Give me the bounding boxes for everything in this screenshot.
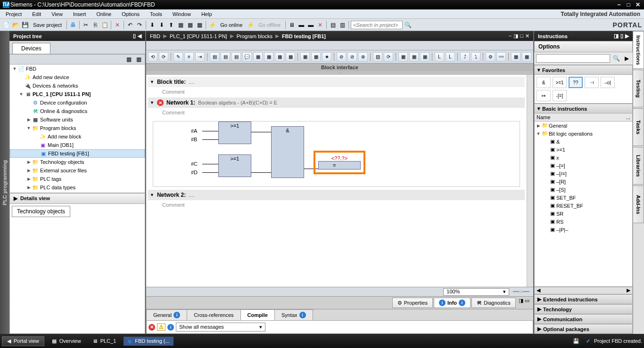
tree-device-config[interactable]: Device configuration — [39, 100, 87, 105]
hmi-icon[interactable]: ▦ — [195, 21, 204, 29]
info-tab[interactable]: iInfoi — [434, 298, 471, 308]
sidebar-tab-libraries[interactable]: Libraries — [633, 147, 644, 185]
crumb-fbd[interactable]: FBD — [150, 33, 160, 39]
tb-icon[interactable]: ⤴ — [460, 52, 470, 62]
cut-icon[interactable]: ✂ — [82, 21, 90, 29]
scroll-right-icon[interactable]: ▶ — [625, 287, 632, 294]
tree-toggle-icon[interactable]: ▦ — [134, 55, 143, 64]
fbd-input-b[interactable]: #B — [191, 137, 197, 142]
minimize-button[interactable]: − — [615, 1, 623, 8]
instr-item[interactable]: –|P|– — [556, 227, 568, 233]
expander-icon[interactable]: ▼ — [150, 100, 154, 105]
tb-icon[interactable]: ⟳ — [384, 52, 393, 62]
plc-icon[interactable]: ▬ — [297, 21, 305, 29]
menu-options[interactable]: Options — [120, 10, 141, 18]
expander-icon[interactable]: ▶ — [26, 168, 32, 173]
crumb-fbd-testing[interactable]: FBD testing [FB1] — [282, 33, 326, 39]
tb-icon[interactable]: ⊘ — [347, 52, 357, 62]
new-project-icon[interactable]: 📄 — [2, 21, 10, 29]
tb-icon[interactable]: ▧ — [373, 52, 382, 62]
expander-icon[interactable]: ▶ — [26, 185, 32, 190]
tb-icon[interactable]: ▦ — [253, 52, 263, 62]
instr-item[interactable]: >=1 — [556, 147, 565, 153]
undo-icon[interactable]: ↶ — [126, 21, 134, 29]
tb-icon[interactable]: ▦ — [264, 52, 273, 62]
network1-comment[interactable]: Comment — [148, 109, 525, 118]
tree-devices-networks[interactable]: Devices & networks — [32, 83, 78, 89]
split-h-icon[interactable]: ▤ — [329, 21, 337, 29]
network2-subtitle[interactable]: .... — [189, 192, 194, 198]
tb-icon[interactable]: ★ — [322, 52, 331, 62]
zoom-select[interactable]: 100%▾ — [443, 288, 509, 296]
tb-icon[interactable]: ▤ — [221, 52, 230, 62]
delete-icon[interactable]: ✕ — [113, 21, 122, 29]
tree-online-diag[interactable]: Online & diagnostics — [39, 108, 87, 114]
tb-icon[interactable]: ▦ — [522, 52, 531, 62]
tb-icon[interactable]: ▦ — [420, 52, 429, 62]
info-filter-icon[interactable]: i — [167, 324, 174, 331]
tb-icon[interactable]: ⟳ — [159, 52, 168, 62]
instruction-table[interactable]: ▶📁General ▼📁Bit logic operations ▣& ▣>=1… — [534, 121, 633, 287]
fbd-input-a[interactable]: #A — [191, 128, 197, 134]
tb-icon[interactable]: 💬 — [242, 52, 252, 62]
network1-title[interactable]: Network 1: — [166, 99, 195, 106]
fav-or[interactable]: >=1 — [553, 77, 567, 88]
fbd-input-c[interactable]: #C — [191, 161, 198, 167]
tb-icon[interactable]: ⊛ — [358, 52, 368, 62]
paste-icon[interactable]: 📋 — [100, 21, 109, 29]
tb-icon[interactable]: ▤ — [231, 52, 241, 62]
tb-icon[interactable]: ▦ — [409, 52, 419, 62]
fav-and[interactable]: & — [537, 77, 551, 88]
tech-objects-tab[interactable]: Technology objects — [12, 206, 70, 217]
tb-icon[interactable]: ⊘ — [337, 52, 346, 62]
details-view-header[interactable]: ▶Details view — [9, 193, 145, 204]
download-icon[interactable]: ⬇ — [157, 21, 166, 29]
instr-item[interactable]: SR — [556, 211, 563, 217]
tb-icon[interactable]: ▦ — [311, 52, 321, 62]
instruction-search[interactable] — [536, 54, 610, 63]
arrow-left-icon[interactable]: ◀ — [138, 33, 141, 39]
tb-icon[interactable]: ▤ — [210, 52, 219, 62]
instr-item[interactable]: RESET_BF — [556, 203, 583, 209]
tb-icon[interactable]: ⇥ — [195, 52, 205, 62]
project-tree[interactable]: ▼📄FBD ✨Add new device 🔌Devices & network… — [9, 65, 145, 193]
search-go-icon[interactable]: 🔍 — [404, 21, 412, 29]
tree-plc1[interactable]: PLC_1 [CPU 1511-1 PN] — [32, 91, 91, 97]
basic-instructions-header[interactable]: ▾Basic instructions — [534, 104, 633, 113]
plc1-item[interactable]: 🖥PLC_1 — [89, 337, 120, 345]
instr-item[interactable]: SET_BF — [556, 195, 576, 201]
fav-assign[interactable]: -[=] — [553, 90, 567, 101]
instr-item[interactable]: RS — [556, 219, 563, 225]
message-filter-dropdown[interactable]: Show all messages▾ — [176, 323, 265, 332]
tb-icon[interactable]: ▦ — [286, 52, 295, 62]
fav-jump[interactable]: ↦ — [537, 90, 551, 101]
menu-insert[interactable]: Insert — [71, 10, 88, 18]
menu-tools[interactable]: Tools — [148, 10, 164, 18]
arrow-right-icon[interactable]: ▶ — [625, 33, 629, 39]
menu-view[interactable]: View — [50, 10, 65, 18]
tb-icon[interactable]: ⤵ — [471, 52, 480, 62]
tree-root[interactable]: FBD — [25, 66, 36, 72]
save-project-button[interactable]: Save project — [30, 21, 65, 29]
print-icon[interactable]: 🖶 — [69, 21, 77, 29]
save-icon[interactable]: 💾 — [21, 21, 29, 29]
menu-project[interactable]: Project — [4, 10, 24, 18]
sim-icon[interactable]: ▦ — [186, 21, 194, 29]
panel-icon[interactable]: ▯ — [620, 33, 623, 39]
devices-tab[interactable]: Devices — [12, 43, 50, 54]
instr-item[interactable]: –[=] — [556, 163, 565, 169]
panel-icon[interactable]: ◨ — [614, 33, 619, 39]
optional-packages-header[interactable]: ▶Optional packages — [534, 324, 633, 334]
properties-tab[interactable]: ⚙Properties — [392, 298, 433, 308]
tree-program-blocks[interactable]: Program blocks — [39, 125, 76, 131]
search-input[interactable] — [351, 21, 403, 29]
sidebar-tab-instructions[interactable]: Instructions — [633, 31, 644, 69]
close-editor-icon[interactable]: ✕ — [525, 33, 529, 39]
fbd-and-block[interactable]: & — [271, 126, 304, 178]
network2-comment[interactable]: Comment — [148, 201, 525, 210]
favorites-header[interactable]: ▾Favorites — [534, 65, 633, 75]
menu-help[interactable]: Help — [199, 10, 214, 18]
collapse-icon[interactable]: ▯ — [133, 33, 136, 39]
fbd-assign-block[interactable]: <??.?> = — [314, 151, 365, 174]
float-editor-icon[interactable]: ◨ — [513, 33, 518, 39]
